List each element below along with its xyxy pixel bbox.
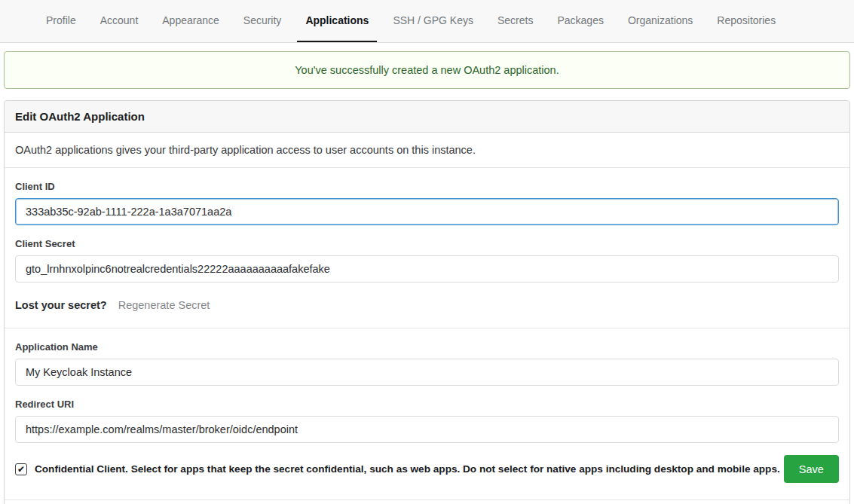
tab-applications[interactable]: Applications — [297, 0, 377, 42]
tab-security[interactable]: Security — [235, 0, 290, 42]
client-id-input[interactable] — [15, 198, 839, 225]
save-button[interactable]: Save — [784, 455, 839, 483]
success-banner-message: You've successfully created a new OAuth2… — [295, 64, 559, 76]
regenerate-secret-button[interactable]: Regenerate Secret — [118, 299, 210, 311]
tab-secrets[interactable]: Secrets — [489, 0, 541, 42]
application-name-label: Application Name — [15, 341, 839, 353]
application-name-input[interactable] — [15, 359, 839, 386]
bottom-padding — [15, 500, 839, 504]
settings-tabbar: Profile Account Appearance Security Appl… — [0, 0, 854, 43]
checkmark-icon: ✔ — [17, 465, 25, 474]
application-name-field: Application Name — [15, 341, 839, 386]
edit-oauth2-panel: Edit OAuth2 Application OAuth2 applicati… — [4, 100, 850, 504]
lost-secret-text: Lost your secret? — [15, 299, 107, 311]
section-divider — [5, 328, 849, 328]
confidential-client-checkbox[interactable]: ✔ — [15, 463, 27, 475]
tab-profile[interactable]: Profile — [38, 0, 84, 42]
client-secret-field: Client Secret — [15, 238, 839, 283]
tab-account[interactable]: Account — [92, 0, 147, 42]
panel-description: OAuth2 applications gives your third-par… — [5, 133, 849, 168]
tab-ssh-gpg-keys[interactable]: SSH / GPG Keys — [384, 0, 482, 42]
redirect-uri-label: Redirect URI — [15, 399, 839, 410]
client-secret-input[interactable] — [15, 255, 839, 283]
tab-packages[interactable]: Packages — [549, 0, 611, 42]
lost-secret-row: Lost your secret? Regenerate Secret — [15, 299, 839, 311]
success-banner: You've successfully created a new OAuth2… — [4, 51, 850, 89]
panel-title: Edit OAuth2 Application — [5, 101, 849, 133]
tab-organizations[interactable]: Organizations — [620, 0, 701, 42]
client-secret-label: Client Secret — [15, 238, 839, 249]
redirect-uri-input[interactable] — [15, 416, 839, 443]
client-id-label: Client ID — [15, 181, 839, 192]
redirect-uri-field: Redirect URI — [15, 399, 839, 443]
client-id-field: Client ID — [15, 181, 839, 225]
confidential-client-row: ✔ Confidential Client. Select for apps t… — [15, 455, 839, 483]
confidential-client-label: Confidential Client. Select for apps tha… — [35, 463, 780, 475]
tab-repositories[interactable]: Repositories — [709, 0, 784, 42]
oauth2-form: Client ID Client Secret Lost your secret… — [5, 181, 849, 504]
tab-appearance[interactable]: Appearance — [154, 0, 228, 42]
